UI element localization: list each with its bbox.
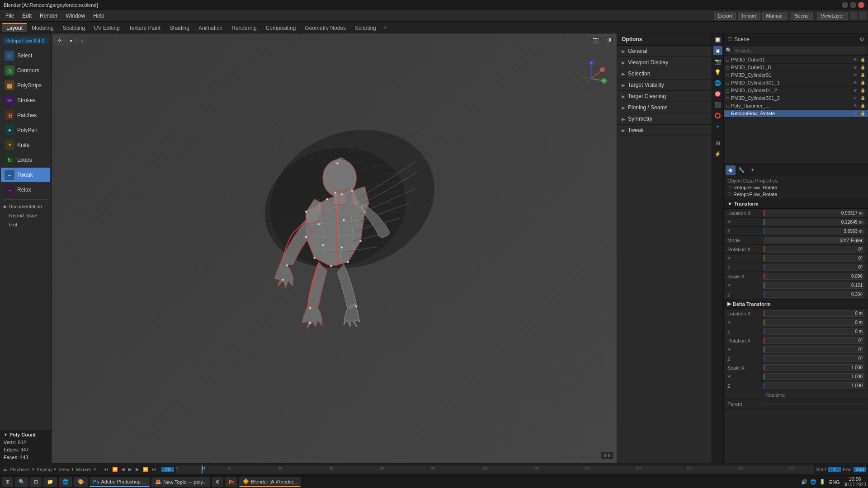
options-section-selection[interactable]: ▶ Selection [617, 68, 712, 80]
tab-modeling[interactable]: Modeling [27, 23, 58, 32]
outliner-item-pm3d-cylinder01-2[interactable]: ◻ PM3D_Cylinder01_2 👁 🔒 [724, 87, 868, 94]
tab-compositing[interactable]: Compositing [261, 23, 301, 32]
jump-start-btn[interactable]: ⏮ [103, 466, 110, 473]
taskbar-edge[interactable]: 🌐 [59, 477, 72, 487]
side-icon-5[interactable]: 🎯 [713, 89, 722, 99]
outliner-item-pm3d-cylinder01[interactable]: ◻ PM3D_Cylinder01 👁 🔒 [724, 71, 868, 79]
language-indicator[interactable]: ENG [829, 479, 840, 485]
tool-polypen[interactable]: ✦ PolyPen [1, 123, 50, 137]
menu-window[interactable]: Window [62, 12, 89, 20]
side-icon-7[interactable]: ⭕ [713, 111, 722, 120]
taskbar-browser[interactable]: 🦊 New Topic — poly... [151, 477, 210, 487]
side-icon-0[interactable]: 🔲 [713, 35, 722, 44]
lock-icon-0[interactable]: 🔒 [859, 57, 866, 62]
scene-selector[interactable]: Scene [791, 12, 813, 20]
outliner-item-pm3d-cube01[interactable]: ◻ PM3D_Cube01 👁 🔒 [724, 56, 868, 64]
taskbar-blender[interactable]: 🔶 Blender [A:\Render... [239, 477, 301, 487]
jump-end-btn[interactable]: ⏭ [151, 466, 158, 473]
outliner-item-poly-hammer[interactable]: ◻ Poly_Hammer_... 👁 🔒 [724, 102, 868, 110]
visibility-icon-3[interactable]: 👁 [852, 80, 859, 85]
options-section-general[interactable]: ▶ General [617, 46, 712, 57]
delta-rotation-z-value[interactable]: 0° [764, 355, 864, 362]
parent-value[interactable] [764, 404, 864, 404]
menu-edit[interactable]: Edit [19, 12, 35, 20]
side-icon-4[interactable]: 🌐 [713, 79, 722, 88]
delta-rotation-x-value[interactable]: 0° [764, 337, 864, 344]
jump-forward-btn[interactable]: ⏩ [142, 466, 150, 473]
outliner-item-pm3d-cylinder301-1[interactable]: ◻ PM3D_Cylinder301_1 👁 🔒 [724, 79, 868, 87]
step-back-btn[interactable]: ◀ [120, 466, 126, 473]
taskbar-filemanager[interactable]: 📁 [43, 477, 57, 487]
menu-help[interactable]: Help [90, 12, 108, 20]
side-icon-6[interactable]: ⬛ [713, 100, 722, 109]
options-section-symmetry[interactable]: ▶ Symmetry [617, 113, 712, 125]
tool-polystrips[interactable]: ▦ PolyStrips [1, 78, 50, 93]
side-icon-1[interactable]: ◉ [713, 46, 722, 55]
location-y-value[interactable]: 0.12645 m [764, 219, 864, 225]
location-z-value[interactable]: 3.6963 m [764, 228, 864, 235]
options-section-target-cleaning[interactable]: ▶ Target Cleaning [617, 91, 712, 102]
search-input[interactable] [733, 47, 866, 54]
location-x-value[interactable]: 0.99317 m [764, 210, 864, 216]
menu-file[interactable]: File [2, 12, 18, 20]
documentation-header[interactable]: ▶ Documentation [0, 202, 51, 211]
viewport-select-mode[interactable]: ⊹ [54, 36, 65, 45]
delta-location-z-value[interactable]: 0 m [764, 328, 864, 335]
tab-animation[interactable]: Animation [194, 23, 227, 32]
visibility-icon-0[interactable]: 👁 [852, 57, 859, 62]
viewport-shading-btn[interactable]: ● [66, 37, 75, 44]
retopoflow-badge[interactable]: RetopoFlow 3.4.0 [3, 37, 48, 44]
viewport-overlay-btn[interactable]: ○ [77, 37, 86, 44]
delta-rotation-y-value[interactable]: 0° [764, 346, 864, 353]
battery-icon[interactable]: 🔋 [819, 479, 826, 485]
delta-location-y-value[interactable]: 0 m [764, 319, 864, 326]
tool-contours[interactable]: ◎ Contours [1, 63, 50, 78]
export-button[interactable]: Export [714, 12, 736, 20]
tool-knife[interactable]: ⌖ Knife [1, 138, 50, 152]
taskbar-search-button[interactable]: 🔍 [15, 477, 28, 487]
keying-dropdown-btn[interactable]: ▾ [52, 466, 57, 473]
outliner-item-retopoflow-rotate[interactable]: ◻ RetopoFlow_Rotate 👁 🔒 [724, 110, 868, 117]
scale-x-value[interactable]: 0.096 [764, 273, 864, 280]
side-icon-2[interactable]: 📷 [713, 57, 722, 66]
transform-header[interactable]: ▼ Transform [724, 199, 868, 209]
tab-shading[interactable]: Shading [165, 23, 194, 32]
tool-strokes[interactable]: ✏ Strokes [1, 93, 50, 108]
navigation-gizmo[interactable]: X Y Z [573, 61, 609, 97]
poly-count-header[interactable]: ▼ Poly Count [4, 432, 47, 437]
delta-location-x-value[interactable]: 0 m [764, 310, 864, 317]
tool-tweak[interactable]: ↔ Tweak [1, 168, 50, 182]
manual-button[interactable]: Manual [762, 12, 787, 20]
props-tab-modifiers[interactable]: 🔧 [736, 165, 746, 175]
visibility-icon-1[interactable]: 👁 [852, 65, 859, 70]
minimize-button[interactable]: — [842, 2, 848, 8]
taskbar-photoshop[interactable]: Ps Adobe Photoshop ... [90, 477, 150, 487]
scale-y-value[interactable]: 0.121 [764, 282, 864, 289]
start-frame-input[interactable]: 1 [828, 467, 841, 472]
viewport-shading-mode[interactable]: ◑ [604, 35, 615, 44]
props-tab-particles[interactable]: ✦ [747, 165, 757, 175]
menu-render[interactable]: Render [36, 12, 61, 20]
delta-scale-x-value[interactable]: 1.000 [764, 364, 864, 371]
import-button[interactable]: Import [738, 12, 760, 20]
visibility-icon-5[interactable]: 👁 [852, 96, 859, 101]
delta-scale-z-value[interactable]: 1.000 [764, 382, 864, 389]
clock[interactable]: 10:56 30.07.2023 [844, 476, 866, 488]
viewport[interactable]: ⊹ ● ○ 📷 ◑ X Y Z [52, 33, 617, 463]
outliner-item-pm3d-cube01-b[interactable]: ◻ PM3D_Cube01_B 👁 🔒 [724, 64, 868, 71]
options-section-pinning-seams[interactable]: ▶ Pinning / Seams [617, 102, 712, 113]
tab-sculpting[interactable]: Sculpting [58, 23, 90, 32]
lock-icon-2[interactable]: 🔒 [859, 73, 866, 78]
options-section-target-visibility[interactable]: ▶ Target Visibility [617, 80, 712, 91]
network-icon[interactable]: 🌐 [810, 479, 816, 485]
timeline-menu-btn[interactable]: ☰ [2, 466, 9, 473]
rotation-y-value[interactable]: 0° [764, 255, 864, 262]
side-icon-8[interactable]: 🔹 [713, 122, 722, 131]
tab-scripting[interactable]: Scripting [350, 23, 381, 32]
view-dropdown-btn[interactable]: ▾ [70, 466, 75, 473]
scale-z-value[interactable]: 0.304 [764, 291, 864, 298]
taskbar-start-button[interactable]: ⊞ [2, 477, 13, 487]
rotation-z-value[interactable]: 0° [764, 264, 864, 271]
play-btn[interactable]: ▶ [127, 466, 133, 473]
taskbar-unknown-app[interactable]: ⊕ [212, 477, 223, 487]
